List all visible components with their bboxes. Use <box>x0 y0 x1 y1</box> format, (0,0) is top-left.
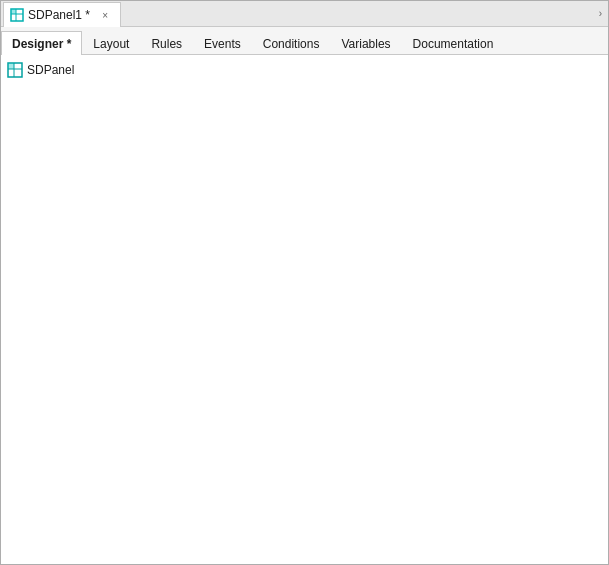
tab-rules[interactable]: Rules <box>140 31 193 55</box>
tab-variables[interactable]: Variables <box>330 31 401 55</box>
toolbar: Designer * Layout Rules Events Condition… <box>1 27 608 55</box>
tab-events[interactable]: Events <box>193 31 252 55</box>
tree-item-label: SDPanel <box>27 63 74 77</box>
file-tab-sdpanel1[interactable]: SDPanel1 * × <box>3 2 121 27</box>
svg-rect-5 <box>8 63 14 69</box>
sdpanel-tab-icon <box>10 8 24 22</box>
tab-designer[interactable]: Designer * <box>1 31 82 55</box>
file-tab-label: SDPanel1 * <box>28 8 90 22</box>
file-tab-bar: SDPanel1 * × › <box>3 1 608 26</box>
designer-canvas: SDPanel <box>1 55 608 564</box>
tab-overflow-chevron[interactable]: › <box>593 8 608 19</box>
list-item[interactable]: SDPanel <box>5 61 604 79</box>
title-bar: SDPanel1 * × › <box>1 1 608 27</box>
tab-documentation[interactable]: Documentation <box>402 31 505 55</box>
tab-conditions[interactable]: Conditions <box>252 31 331 55</box>
main-window: SDPanel1 * × › Designer * Layout Rules E… <box>0 0 609 565</box>
tab-layout[interactable]: Layout <box>82 31 140 55</box>
svg-rect-1 <box>11 9 16 14</box>
file-tab-close-button[interactable]: × <box>98 8 112 22</box>
sdpanel-icon <box>7 62 23 78</box>
